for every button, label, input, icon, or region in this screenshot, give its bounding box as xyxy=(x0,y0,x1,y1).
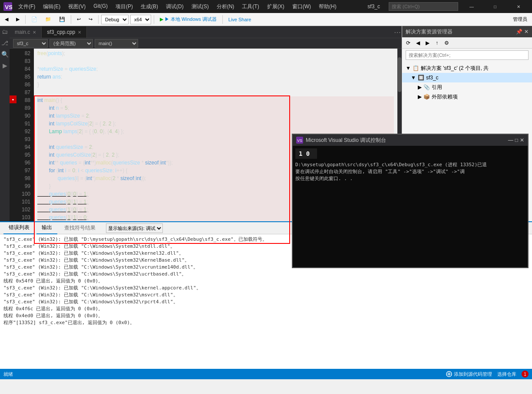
menu-project[interactable]: 项目(P) xyxy=(112,2,136,11)
project-label: sf3_c xyxy=(426,75,439,81)
se-up-btn[interactable]: ↑ xyxy=(433,39,441,47)
menu-file[interactable]: 文件(F) xyxy=(15,2,39,11)
notification-badge[interactable]: 1 xyxy=(522,371,529,378)
git-icon[interactable]: ⎇ xyxy=(1,39,9,47)
menu-help[interactable]: 帮助(H) xyxy=(315,2,340,11)
scope-select[interactable]: sf3_c xyxy=(13,39,48,48)
start-debug-button[interactable]: ▶ ▶ 本地 Windows 调试器 xyxy=(157,15,220,24)
source-control-icon xyxy=(446,371,452,377)
code-line-90: int lampsSize = 2; xyxy=(37,112,394,120)
vs-logo-icon: VS xyxy=(3,2,12,11)
minimize-button[interactable]: — xyxy=(462,0,482,13)
output-line: "sf3_c.exe" (Win32): 已加载 "C:\Windows\Sys… xyxy=(3,299,529,305)
redo-button[interactable]: ↪ xyxy=(86,15,96,24)
live-share-button[interactable]: Live Share xyxy=(225,15,254,24)
debug-output-area: 1 0 D:\mysetup\gopath\src\dsy\sf3_c\x64\… xyxy=(293,146,528,267)
separator xyxy=(222,15,223,24)
se-back-btn[interactable]: ◀ xyxy=(413,39,422,47)
new-file-button[interactable]: 📄 xyxy=(28,15,40,24)
se-forward-btn[interactable]: ▶ xyxy=(423,39,432,47)
menu-extensions[interactable]: 扩展(X) xyxy=(264,2,288,11)
external-deps-node[interactable]: ▶ 📦 外部依赖项 xyxy=(402,92,532,102)
function-select[interactable]: main() xyxy=(95,39,138,48)
code-line-84: *returnSize = queriesSize; xyxy=(37,65,394,73)
separator xyxy=(71,15,71,24)
tab-find-results[interactable]: 查找符号结果 xyxy=(59,222,101,234)
title-bar: VS 文件(F) 编辑(E) 视图(V) Git(G) 项目(P) 生成(B) … xyxy=(0,0,532,13)
build-config-select[interactable]: Debug xyxy=(101,15,129,24)
debug-icon[interactable]: ▶ xyxy=(1,62,9,69)
platform-select[interactable]: x64 xyxy=(130,15,151,24)
menu-debug[interactable]: 调试(D) xyxy=(162,2,187,11)
solution-search-input[interactable] xyxy=(406,50,529,60)
se-sync-btn[interactable]: ⟳ xyxy=(404,39,413,47)
open-button[interactable]: 📁 xyxy=(42,15,54,24)
tab-close-icon[interactable]: ✕ xyxy=(78,30,81,35)
panel-pin-icon[interactable]: 📌 xyxy=(516,29,522,35)
project-node[interactable]: ▼ 🔲 sf3_c xyxy=(402,73,532,82)
tab-bar: main.c ✕ sf3_cpp.cpp ✕ ⋯ xyxy=(10,26,402,38)
window-title: sf3_c xyxy=(367,3,380,10)
code-line-89: int n = 5; xyxy=(37,104,394,112)
solution-explorer-icon[interactable]: 🗂 xyxy=(1,28,9,36)
search-icon[interactable]: 🔍 xyxy=(1,50,9,58)
tab-output[interactable]: 输出 xyxy=(36,222,57,234)
menu-view[interactable]: 视图(V) xyxy=(65,2,89,11)
context-select[interactable]: (全局范围) xyxy=(50,39,93,48)
solution-node[interactable]: ▼ 📋 解决方案 'sf3_c' (2 个项目, 共 xyxy=(402,63,532,73)
debug-console: VS Microsoft Visual Studio 调试控制台 — □ ✕ 1… xyxy=(292,134,529,268)
output-line: "sf3_c.exe" (Win32): 已加载 "C:\Windows\Sys… xyxy=(3,271,529,278)
svg-text:VS: VS xyxy=(297,138,302,143)
solution-explorer-title: 解决方案资源管理器 xyxy=(406,28,453,36)
back-button[interactable]: ◀ xyxy=(2,15,11,24)
separator xyxy=(98,15,99,24)
tab-sf3-cpp[interactable]: sf3_cpp.cpp ✕ xyxy=(42,26,87,38)
menu-git[interactable]: Git(G) xyxy=(90,2,111,11)
pin-icon[interactable]: ⋯ xyxy=(393,26,402,38)
menu-window[interactable]: 窗口(W) xyxy=(289,2,314,11)
solution-explorer-toolbar: ⟳ ◀ ▶ ↑ ⚙ xyxy=(402,37,532,49)
separator xyxy=(154,15,154,24)
select-repo[interactable]: 选择仓库 xyxy=(497,371,516,378)
toolbar: ◀ ▶ 📄 📁 💾 ↩ ↪ Debug x64 ▶ ▶ 本地 Windows 调… xyxy=(0,13,532,26)
se-gear-icon[interactable]: ⚙ xyxy=(442,39,451,47)
save-button[interactable]: 💾 xyxy=(56,15,68,24)
references-label: 引用 xyxy=(432,84,442,91)
debug-close-btn[interactable]: ✕ xyxy=(520,137,524,143)
external-deps-label: 外部依赖项 xyxy=(432,93,458,101)
debug-console-icon: VS xyxy=(296,137,303,144)
close-button[interactable]: ✕ xyxy=(509,0,529,13)
project-icon: 🔲 xyxy=(418,75,424,81)
window-controls: — □ ✕ xyxy=(389,0,529,13)
scrollbar-thumb[interactable] xyxy=(398,57,401,92)
tab-main-c[interactable]: main.c ✕ xyxy=(10,26,42,38)
search-input[interactable] xyxy=(389,2,458,11)
menu-build[interactable]: 生成(B) xyxy=(137,2,162,11)
output-source-select[interactable]: 显示输出来源(S): 调试 xyxy=(106,223,163,233)
code-line-88: int main() { xyxy=(37,96,394,104)
debug-minimize-btn[interactable]: — xyxy=(508,137,513,143)
panel-close-icon[interactable]: ✕ xyxy=(524,29,529,35)
tab-label: sf3_cpp.cpp xyxy=(47,29,75,35)
separator xyxy=(25,15,26,24)
references-node[interactable]: ▶ 📎 引用 xyxy=(402,82,532,92)
code-line-86: } xyxy=(37,81,394,89)
maximize-button[interactable]: □ xyxy=(485,0,505,13)
status-bar: 就绪 添加到源代码管理 选择仓库 1 xyxy=(0,369,532,379)
menu-analyze[interactable]: 分析(N) xyxy=(213,2,238,11)
undo-button[interactable]: ↩ xyxy=(74,15,84,24)
menu-bar[interactable]: 文件(F) 编辑(E) 视图(V) Git(G) 项目(P) 生成(B) 调试(… xyxy=(15,2,359,11)
code-line-85: return ans; xyxy=(37,73,394,81)
debug-output-line-1: D:\mysetup\gopath\src\dsy\sf3_c\x64\Debu… xyxy=(295,161,525,168)
menu-test[interactable]: 测试(S) xyxy=(188,2,212,11)
forward-button[interactable]: ▶ xyxy=(13,15,23,24)
project-expand-icon: ▼ xyxy=(411,75,416,81)
debug-maximize-btn[interactable]: □ xyxy=(515,137,518,143)
tab-close-icon[interactable]: ✕ xyxy=(33,30,36,35)
menu-edit[interactable]: 编辑(E) xyxy=(40,2,64,11)
tab-error-list[interactable]: 错误列表 xyxy=(3,222,35,234)
add-source-control[interactable]: 添加到源代码管理 xyxy=(446,371,492,378)
output-line: "sf3_c.exe" (Win32): 已加载 "C:\Windows\Sys… xyxy=(3,292,529,299)
manage-button[interactable]: 管理员 xyxy=(510,15,530,24)
menu-tools[interactable]: 工具(T) xyxy=(238,2,262,11)
